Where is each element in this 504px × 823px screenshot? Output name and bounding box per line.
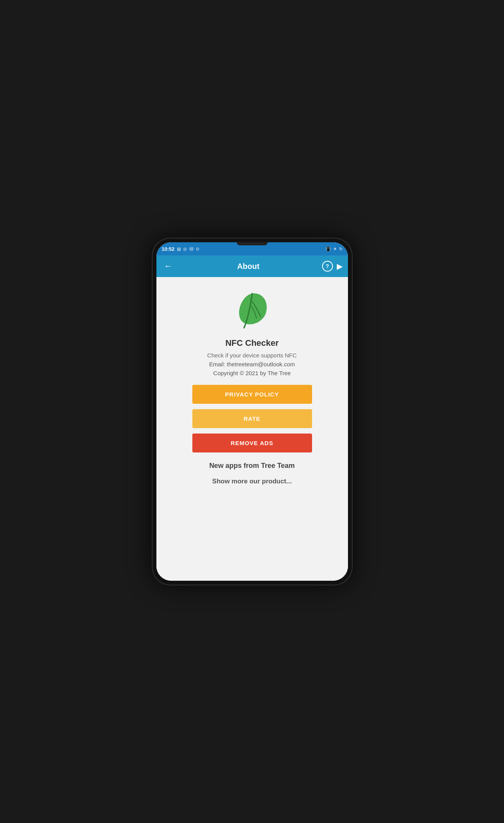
app-copyright: Copyright © 2021 by The Tree bbox=[213, 370, 291, 376]
back-button[interactable]: ← bbox=[162, 259, 175, 274]
phone-frame: 10:52 ▤ ◎ Ⓜ ⊙ 📳 ✈ ↻ ← About ? ▶ bbox=[152, 238, 353, 585]
remove-ads-button[interactable]: REMOVE ADS bbox=[192, 434, 312, 452]
show-more-link[interactable]: Show more our product... bbox=[212, 478, 292, 485]
app-description: Check if your device supports NFC bbox=[207, 352, 297, 359]
section-title: New apps from Tree Team bbox=[209, 462, 295, 470]
content-area: NFC Checker Check if your device support… bbox=[156, 277, 348, 581]
app-email: Email: thetreeteam@outlook.com bbox=[209, 361, 295, 367]
phone-screen: 10:52 ▤ ◎ Ⓜ ⊙ 📳 ✈ ↻ ← About ? ▶ bbox=[156, 242, 348, 581]
app-bar-actions: ? ▶ bbox=[322, 261, 343, 272]
leaf-svg bbox=[231, 289, 273, 331]
app-logo bbox=[231, 289, 273, 333]
gmail-icon: Ⓜ bbox=[189, 246, 193, 252]
status-time: 10:52 bbox=[162, 246, 175, 252]
record-icon: ⊙ bbox=[196, 247, 199, 252]
status-right: 📳 ✈ ↻ bbox=[326, 247, 343, 252]
browser-icon: ◎ bbox=[183, 247, 187, 252]
notification-icon: ▤ bbox=[177, 247, 181, 252]
airplane-icon: ✈ bbox=[333, 247, 337, 252]
status-left: 10:52 ▤ ◎ Ⓜ ⊙ bbox=[162, 246, 199, 252]
app-bar-title: About bbox=[175, 262, 322, 271]
sync-icon: ↻ bbox=[339, 247, 343, 252]
vibrate-icon: 📳 bbox=[326, 247, 331, 252]
privacy-policy-button[interactable]: PRIVACY POLICY bbox=[192, 385, 312, 404]
phone-notch bbox=[237, 242, 268, 245]
send-button[interactable]: ▶ bbox=[337, 262, 343, 271]
email-label: Email: bbox=[209, 361, 225, 367]
app-name: NFC Checker bbox=[225, 338, 278, 348]
email-value: thetreeteam@outlook.com bbox=[227, 361, 295, 367]
app-bar: ← About ? ▶ bbox=[156, 255, 348, 277]
help-button[interactable]: ? bbox=[322, 261, 333, 272]
rate-button[interactable]: RATE bbox=[192, 409, 312, 428]
